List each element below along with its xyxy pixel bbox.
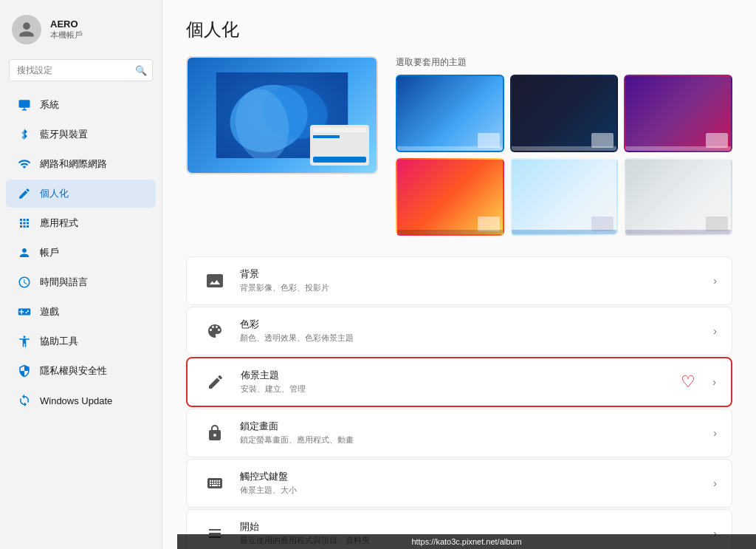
theme-grid-section: 選取要套用的主題 bbox=[396, 56, 732, 236]
avatar bbox=[12, 15, 41, 44]
watermark: https://kato3c.pixnet.net/album bbox=[177, 534, 756, 549]
bluetooth-icon bbox=[18, 128, 31, 141]
theme-thumb-4[interactable] bbox=[396, 158, 504, 236]
settings-item-colors[interactable]: 色彩 顏色、透明效果、色彩佈景主題 › bbox=[186, 307, 732, 355]
sidebar-item-personalization[interactable]: 個人化 bbox=[6, 180, 156, 208]
personalization-icon bbox=[18, 187, 31, 200]
theme-section: 選取要套用的主題 bbox=[186, 56, 732, 236]
search-icon: 🔍 bbox=[135, 65, 147, 76]
colors-text: 色彩 顏色、透明效果、色彩佈景主題 bbox=[240, 318, 701, 344]
sidebar-item-label: 網路和網際網路 bbox=[40, 157, 107, 171]
apps-icon bbox=[18, 216, 31, 230]
themes-text: 佈景主題 安裝、建立、管理 bbox=[241, 369, 701, 395]
watermark-text: https://kato3c.pixnet.net/album bbox=[411, 537, 521, 546]
sidebar-item-label: 帳戶 bbox=[40, 246, 59, 259]
settings-item-lock-screen[interactable]: 鎖定畫面 鎖定螢幕畫面、應用程式、動畫 › bbox=[186, 409, 732, 457]
sidebar-item-apps[interactable]: 應用程式 bbox=[6, 209, 156, 237]
page-title: 個人化 bbox=[186, 18, 732, 41]
sidebar-item-windows-update[interactable]: Windows Update bbox=[6, 386, 156, 415]
background-text: 背景 背景影像、色彩、投影片 bbox=[240, 267, 701, 293]
touch-keyboard-icon bbox=[202, 470, 228, 497]
theme-grid-label: 選取要套用的主題 bbox=[396, 56, 732, 69]
sidebar-item-label: 遊戲 bbox=[40, 305, 59, 318]
system-icon bbox=[18, 98, 31, 112]
heart-icon: ♡ bbox=[681, 372, 695, 392]
theme-preview bbox=[186, 56, 378, 174]
arrow-icon: › bbox=[713, 275, 717, 287]
sidebar-item-network[interactable]: 網路和網際網路 bbox=[6, 150, 156, 178]
settings-item-title: 色彩 bbox=[240, 318, 701, 331]
privacy-icon bbox=[18, 364, 31, 378]
user-profile[interactable]: AERO 本機帳戶 bbox=[0, 0, 162, 56]
settings-item-desc: 佈景主題、大小 bbox=[240, 485, 701, 496]
accessibility-icon bbox=[18, 335, 31, 348]
settings-item-desc: 安裝、建立、管理 bbox=[241, 383, 701, 395]
sidebar-item-label: Windows Update bbox=[40, 395, 112, 406]
search-input[interactable] bbox=[9, 59, 153, 81]
sidebar-item-privacy[interactable]: 隱私權與安全性 bbox=[6, 357, 156, 385]
user-info: AERO 本機帳戶 bbox=[50, 18, 83, 41]
settings-item-title: 佈景主題 bbox=[241, 369, 701, 382]
settings-item-title: 觸控式鍵盤 bbox=[240, 470, 701, 483]
sidebar-item-label: 協助工具 bbox=[40, 335, 78, 348]
sidebar: AERO 本機帳戶 🔍 系統 藍牙與裝置 bbox=[0, 0, 162, 549]
sidebar-item-label: 個人化 bbox=[40, 187, 69, 200]
sidebar-item-label: 系統 bbox=[40, 98, 59, 112]
arrow-icon: › bbox=[712, 376, 716, 388]
sidebar-item-label: 隱私權與安全性 bbox=[40, 364, 107, 378]
windows-update-icon bbox=[18, 394, 31, 407]
theme-thumb-3[interactable] bbox=[624, 75, 732, 152]
theme-thumb-2[interactable] bbox=[510, 75, 619, 152]
sidebar-item-accounts[interactable]: 帳戶 bbox=[6, 239, 156, 267]
theme-grid bbox=[396, 75, 732, 236]
settings-list: 背景 背景影像、色彩、投影片 › 色彩 顏色、透明效果、色彩佈景主題 › bbox=[186, 256, 732, 549]
accounts-icon bbox=[18, 246, 31, 259]
sidebar-item-system[interactable]: 系統 bbox=[6, 91, 156, 119]
settings-item-desc: 背景影像、色彩、投影片 bbox=[240, 282, 701, 293]
svg-rect-0 bbox=[19, 100, 30, 108]
lock-screen-icon bbox=[202, 420, 228, 446]
sidebar-item-label: 藍牙與裝置 bbox=[40, 128, 88, 141]
settings-item-title: 開始 bbox=[240, 520, 701, 533]
sidebar-item-time[interactable]: 時間與語言 bbox=[6, 268, 156, 296]
arrow-icon: › bbox=[713, 325, 717, 337]
settings-item-desc: 顏色、透明效果、色彩佈景主題 bbox=[240, 333, 701, 344]
theme-thumb-1[interactable] bbox=[396, 75, 504, 152]
settings-item-desc: 鎖定螢幕畫面、應用程式、動畫 bbox=[240, 434, 701, 446]
lock-screen-text: 鎖定畫面 鎖定螢幕畫面、應用程式、動畫 bbox=[240, 420, 701, 446]
settings-item-themes[interactable]: 佈景主題 安裝、建立、管理 ♡ › bbox=[186, 357, 732, 407]
search-box: 🔍 bbox=[9, 59, 153, 81]
main-content: 個人化 bbox=[162, 0, 756, 549]
gaming-icon bbox=[18, 305, 31, 318]
time-icon bbox=[18, 276, 31, 289]
settings-item-title: 背景 bbox=[240, 267, 701, 281]
network-icon bbox=[18, 157, 31, 171]
app-container: AERO 本機帳戶 🔍 系統 藍牙與裝置 bbox=[0, 0, 756, 549]
sidebar-item-label: 應用程式 bbox=[40, 216, 78, 230]
user-role: 本機帳戶 bbox=[50, 30, 83, 41]
theme-preview-mockup bbox=[310, 125, 369, 166]
settings-item-background[interactable]: 背景 背景影像、色彩、投影片 › bbox=[186, 256, 732, 305]
nav-items: 系統 藍牙與裝置 網路和網際網路 個人化 bbox=[0, 90, 162, 549]
user-name: AERO bbox=[50, 18, 83, 30]
background-icon bbox=[202, 267, 228, 294]
sidebar-item-gaming[interactable]: 遊戲 bbox=[6, 298, 156, 326]
arrow-icon: › bbox=[713, 427, 717, 439]
theme-thumb-5[interactable] bbox=[510, 158, 619, 236]
themes-icon bbox=[202, 369, 229, 395]
settings-item-title: 鎖定畫面 bbox=[240, 420, 701, 433]
colors-icon bbox=[202, 318, 228, 344]
sidebar-item-label: 時間與語言 bbox=[40, 276, 88, 289]
theme-thumb-6[interactable] bbox=[624, 158, 732, 236]
settings-item-touch-keyboard[interactable]: 觸控式鍵盤 佈景主題、大小 › bbox=[186, 459, 732, 508]
sidebar-item-accessibility[interactable]: 協助工具 bbox=[6, 327, 156, 355]
arrow-icon: › bbox=[713, 477, 717, 489]
touch-keyboard-text: 觸控式鍵盤 佈景主題、大小 bbox=[240, 470, 701, 496]
sidebar-item-bluetooth[interactable]: 藍牙與裝置 bbox=[6, 120, 156, 149]
